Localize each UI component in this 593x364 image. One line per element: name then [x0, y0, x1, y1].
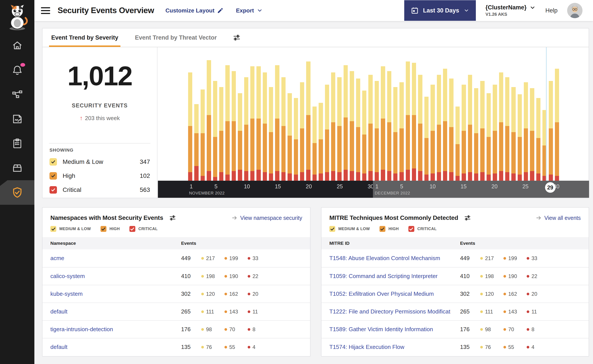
bar-day-dec-29[interactable]	[549, 50, 553, 181]
namespaces-row-link[interactable]: default	[42, 308, 67, 315]
legend-checkbox-high[interactable]	[100, 226, 107, 232]
checkbox-critical[interactable]	[49, 186, 57, 194]
bar-day-dec-20[interactable]	[493, 50, 497, 181]
bar-day-nov-8[interactable]	[232, 50, 236, 181]
user-avatar[interactable]	[567, 3, 582, 18]
bar-day-nov-25[interactable]	[337, 50, 341, 181]
bar-day-nov-19[interactable]	[300, 50, 304, 181]
mitre-row-link[interactable]: T1548: Abuse Elevation Control Mechanism	[321, 255, 440, 262]
bar-day-nov-29[interactable]	[362, 50, 366, 181]
namespaces-row-link[interactable]: default	[42, 344, 67, 351]
bar-day-dec-19[interactable]	[486, 50, 491, 181]
view-all-events-link[interactable]: View all events	[536, 215, 581, 221]
tab-event-trend-by-severity[interactable]: Event Trend by Severity	[49, 28, 120, 47]
bar-day-nov-6[interactable]	[219, 50, 223, 181]
bar-day-dec-6[interactable]	[406, 50, 410, 181]
date-range-button[interactable]: Last 30 Days	[404, 0, 476, 21]
bar-day-nov-2[interactable]	[194, 50, 198, 181]
bar-day-dec-2[interactable]	[381, 50, 385, 181]
legend-checkbox-critical[interactable]	[129, 226, 135, 232]
bar-day-dec-27[interactable]	[536, 50, 540, 181]
bar-day-nov-9[interactable]	[238, 50, 242, 181]
export-button[interactable]: Export	[236, 7, 263, 14]
bar-day-dec-11[interactable]	[437, 50, 441, 181]
mitre-row-link[interactable]: T1222: File and Directory Permissions Mo…	[321, 308, 451, 315]
legend-checkbox-medium_low[interactable]	[329, 226, 335, 232]
mitre-row-link[interactable]: T1589: Gather Victim Identity Informatio…	[321, 326, 433, 333]
namespaces-filter-icon[interactable]	[169, 214, 176, 221]
bar-day-nov-23[interactable]	[325, 50, 329, 181]
mitre-filter-icon[interactable]	[464, 214, 471, 221]
legend-checkbox-high[interactable]	[380, 226, 385, 232]
sidebar-item-image-assurance-box[interactable]	[0, 156, 34, 180]
bar-day-dec-5[interactable]	[400, 50, 404, 181]
sidebar-item-service-graph[interactable]	[0, 82, 34, 107]
bar-day-nov-30[interactable]	[368, 50, 373, 181]
mitre-row-link[interactable]: T1059: Command and Scripting Interpreter	[321, 273, 438, 280]
bar-day-dec-18[interactable]	[480, 50, 484, 181]
bar-day-nov-13[interactable]	[263, 50, 267, 181]
view-namespace-security-link[interactable]: View namespace security	[232, 215, 302, 221]
checkbox-medium_low[interactable]	[49, 158, 57, 166]
bar-day-nov-14[interactable]	[269, 50, 273, 181]
bar-day-nov-16[interactable]	[281, 50, 286, 181]
bar-day-dec-21[interactable]	[499, 50, 503, 181]
bar-day-nov-5[interactable]	[213, 50, 217, 181]
bar-day-dec-17[interactable]	[474, 50, 478, 181]
legend-checkbox-critical[interactable]	[408, 226, 414, 232]
tab-event-trend-by-threat-vector[interactable]: Event Trend by Threat Vector	[133, 28, 219, 47]
bar-day-dec-1[interactable]	[375, 50, 379, 181]
bar-day-nov-27[interactable]	[350, 50, 354, 181]
bar-day-dec-7[interactable]	[412, 50, 416, 181]
bar-day-nov-24[interactable]	[331, 50, 335, 181]
bar-day-dec-22[interactable]	[505, 50, 509, 181]
legend-checkbox-medium_low[interactable]	[50, 226, 56, 232]
bar-day-dec-10[interactable]	[431, 50, 435, 181]
bar-day-dec-26[interactable]	[530, 50, 534, 181]
bar-day-dec-3[interactable]	[387, 50, 391, 181]
bar-day-dec-16[interactable]	[468, 50, 472, 181]
sidebar-item-threat-defense-shield[interactable]	[0, 180, 34, 205]
namespaces-row-link[interactable]: acme	[42, 255, 64, 262]
mitre-row-link[interactable]: T1052: Exfiltration Over Physical Medium	[321, 291, 434, 297]
bar-day-nov-10[interactable]	[244, 50, 248, 181]
help-link[interactable]: Help	[545, 7, 558, 14]
bar-day-nov-15[interactable]	[275, 50, 279, 181]
sidebar-item-alerts-bell[interactable]	[0, 58, 34, 82]
customize-layout-button[interactable]: Customize Layout	[165, 7, 224, 14]
bar-day-dec-25[interactable]	[524, 50, 528, 181]
bar-day-nov-12[interactable]	[256, 50, 260, 181]
bar-day-dec-30[interactable]	[555, 50, 559, 181]
mitre-row-link[interactable]: T1574: Hijack Execution Flow	[321, 344, 404, 351]
sidebar-item-compliance-clipboard[interactable]	[0, 131, 34, 156]
bar-day-nov-28[interactable]	[356, 50, 360, 181]
bar-day-dec-15[interactable]	[462, 50, 466, 181]
bar-day-dec-12[interactable]	[443, 50, 447, 181]
bar-day-nov-20[interactable]	[306, 50, 310, 181]
bar-day-nov-3[interactable]	[200, 50, 205, 181]
checkbox-high[interactable]	[49, 172, 57, 180]
namespaces-row-link[interactable]: kube-system	[42, 291, 83, 297]
bar-day-nov-1[interactable]	[188, 50, 192, 181]
bar-day-dec-4[interactable]	[393, 50, 397, 181]
bar-day-dec-13[interactable]	[449, 50, 453, 181]
bar-day-dec-8[interactable]	[418, 50, 422, 181]
cluster-selector[interactable]: {ClusterName} V1.26 AKS	[486, 4, 536, 17]
bar-day-nov-21[interactable]	[313, 50, 317, 181]
bar-day-dec-23[interactable]	[511, 50, 515, 181]
chart-filter-icon[interactable]	[233, 33, 241, 42]
bar-day-nov-17[interactable]	[287, 50, 292, 181]
namespaces-row-link[interactable]: tigera-intrusion-detection	[42, 326, 113, 333]
menu-icon[interactable]	[41, 6, 50, 16]
sidebar-item-home[interactable]	[0, 33, 34, 58]
bar-day-dec-24[interactable]	[518, 50, 522, 181]
bar-day-nov-22[interactable]	[319, 50, 323, 181]
bar-day-nov-4[interactable]	[207, 50, 211, 181]
sidebar-item-policies-edit[interactable]	[0, 107, 34, 131]
bar-day-dec-9[interactable]	[424, 50, 428, 181]
namespaces-row-link[interactable]: calico-system	[42, 273, 85, 280]
bar-day-nov-11[interactable]	[250, 50, 254, 181]
bar-day-nov-26[interactable]	[344, 50, 348, 181]
bar-day-nov-18[interactable]	[294, 50, 298, 181]
bar-day-nov-7[interactable]	[225, 50, 229, 181]
